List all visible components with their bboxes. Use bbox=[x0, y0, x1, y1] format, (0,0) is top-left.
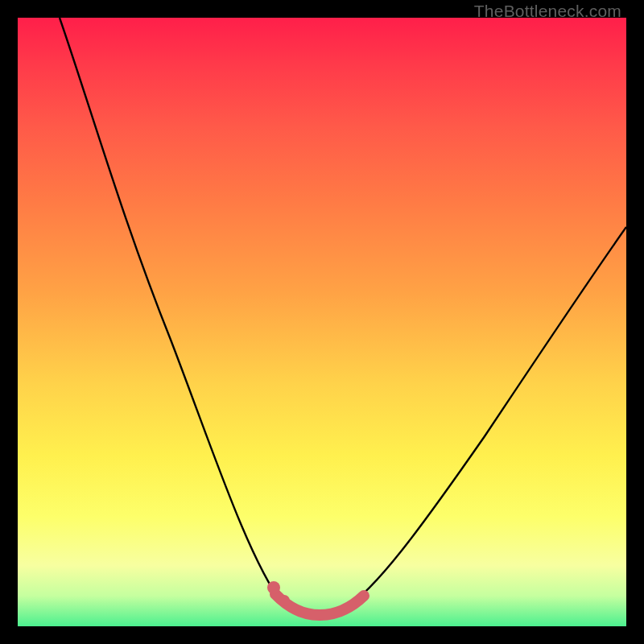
bottleneck-curve bbox=[60, 18, 626, 615]
bottleneck-curve-svg bbox=[18, 18, 626, 626]
watermark-text: TheBottleneck.com bbox=[474, 2, 621, 21]
chart-plot-area bbox=[18, 18, 626, 626]
trough-highlight-dot bbox=[267, 581, 280, 594]
trough-highlight-dot bbox=[279, 595, 290, 606]
